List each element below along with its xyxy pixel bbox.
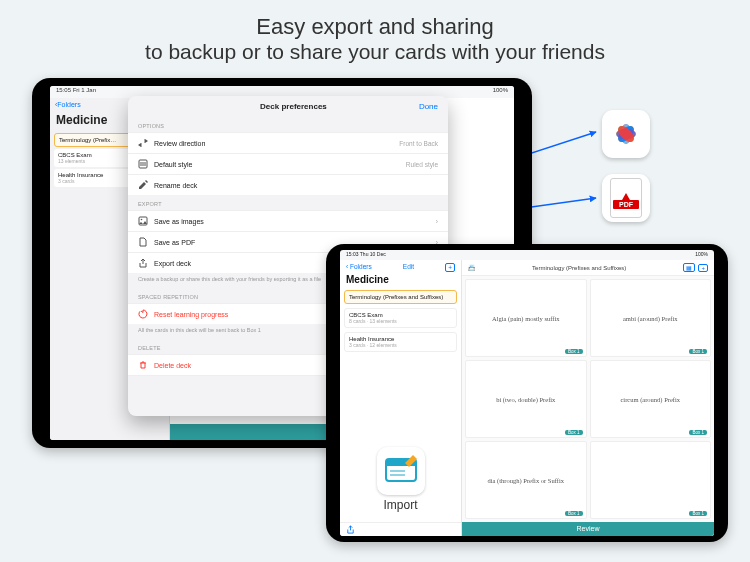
row-save-as-images[interactable]: Save as images › <box>128 210 448 231</box>
arrows-icon <box>138 138 148 148</box>
box-tag: Box 1 <box>565 511 583 516</box>
section-options: OPTIONS <box>128 117 448 132</box>
sidebar: ‹ Folders Edit + Medicine Terminology (P… <box>340 260 462 536</box>
share-button[interactable] <box>340 522 461 536</box>
flashcard-app-icon <box>383 453 419 489</box>
box-tag: Box 1 <box>565 349 583 354</box>
status-time: 15:05 Fri 1 Jan <box>56 87 96 98</box>
doc-icon <box>138 237 148 247</box>
modal-header: Deck preferences Done <box>128 96 448 117</box>
import-callout: Import <box>340 441 461 522</box>
trash-icon <box>138 360 148 370</box>
row-label: Delete deck <box>154 362 191 369</box>
row-label: Default style <box>154 161 193 168</box>
row-label: Rename deck <box>154 182 197 189</box>
rename-icon <box>138 180 148 190</box>
deck-item-cbcs[interactable]: CBCS Exam 8 cards · 13 elements <box>344 308 457 328</box>
style-icon <box>138 159 148 169</box>
status-bar: 15:03 Thu 10 Dec 100% <box>340 250 714 260</box>
card-grid: Algia (pain) mostly suffixBox 1 ambi (ar… <box>462 276 714 522</box>
svg-rect-11 <box>139 160 147 168</box>
headline-line1: Easy export and sharing <box>0 0 750 40</box>
box-tag: Box 1 <box>565 430 583 435</box>
row-review-direction[interactable]: Review direction Front to Back <box>128 132 448 153</box>
row-label: Export deck <box>154 260 191 267</box>
row-rename-deck[interactable]: Rename deck <box>128 174 448 195</box>
card-item[interactable]: bi (two, double) PrefixBox 1 <box>465 360 587 438</box>
pdf-label: PDF <box>613 200 639 209</box>
photos-app-icon <box>602 110 650 158</box>
review-button[interactable]: Review <box>462 522 714 536</box>
ipad-import-view: 15:03 Thu 10 Dec 100% ‹ Folders Edit + M… <box>326 244 728 542</box>
row-label: Review direction <box>154 140 205 147</box>
deck-icon: 📇 <box>468 264 475 271</box>
card-pane: 📇 Terminology (Prefixes and Suffixes) ▦ … <box>462 260 714 536</box>
card-item[interactable]: circum (around) PrefixBox 1 <box>590 360 712 438</box>
row-value: Front to Back <box>399 140 438 147</box>
headline: Easy export and sharing to backup or to … <box>0 0 750 64</box>
done-button[interactable]: Done <box>419 102 438 111</box>
row-label: Save as images <box>154 218 204 225</box>
image-icon <box>138 216 148 226</box>
deck-name: Terminology (Prefixes and Suffixes) <box>349 294 452 300</box>
pdf-doc: PDF <box>610 178 642 218</box>
status-battery: 100% <box>493 87 508 98</box>
modal-title: Deck preferences <box>168 102 419 111</box>
row-label: Reset learning progress <box>154 311 228 318</box>
import-label: Import <box>340 498 461 512</box>
row-default-style[interactable]: Default style Ruled style <box>128 153 448 174</box>
headline-line2: to backup or to share your cards with yo… <box>0 40 750 64</box>
app-import-icon[interactable] <box>377 447 425 495</box>
card-item[interactable]: Box 1 <box>590 441 712 519</box>
deck-sub: 8 cards · 13 elements <box>349 318 452 324</box>
svg-point-15 <box>141 219 143 221</box>
row-value: Ruled style <box>406 161 438 168</box>
row-label: Save as PDF <box>154 239 195 246</box>
share-icon <box>138 258 148 268</box>
box-tag: Box 1 <box>689 430 707 435</box>
chevron-right-icon: › <box>436 218 438 225</box>
status-battery: 100% <box>695 251 708 260</box>
grid-toggle-button[interactable]: ▦ <box>683 263 695 272</box>
section-export: EXPORT <box>128 195 448 210</box>
card-item[interactable]: ambi (around) PrefixBox 1 <box>590 279 712 357</box>
back-button[interactable]: ‹ Folders <box>346 263 372 272</box>
deck-sub: 3 cards · 12 elements <box>349 342 452 348</box>
share-icon <box>346 525 355 534</box>
pane-title: Terminology (Prefixes and Suffixes) <box>475 265 683 271</box>
pane-header: 📇 Terminology (Prefixes and Suffixes) ▦ … <box>462 260 714 276</box>
deck-item-terminology[interactable]: Terminology (Prefixes and Suffixes) <box>344 290 457 304</box>
box-tag: Box 1 <box>689 349 707 354</box>
photos-flower-icon <box>608 116 644 152</box>
back-label: Folders <box>57 101 80 108</box>
add-button[interactable]: + <box>445 263 455 272</box>
folder-title: Medicine <box>340 273 461 288</box>
box-tag: Box 1 <box>689 511 707 516</box>
status-time: 15:03 Thu 10 Dec <box>346 251 386 260</box>
reset-icon <box>138 309 148 319</box>
add-card-button[interactable]: + <box>698 264 708 272</box>
pdf-file-icon: PDF <box>602 174 650 222</box>
deck-item-health[interactable]: Health Insurance 3 cards · 12 elements <box>344 332 457 352</box>
card-item[interactable]: dia (through) Prefix or SuffixBox 1 <box>465 441 587 519</box>
back-label: Folders <box>350 263 372 270</box>
card-item[interactable]: Algia (pain) mostly suffixBox 1 <box>465 279 587 357</box>
edit-button[interactable]: Edit <box>403 263 414 272</box>
